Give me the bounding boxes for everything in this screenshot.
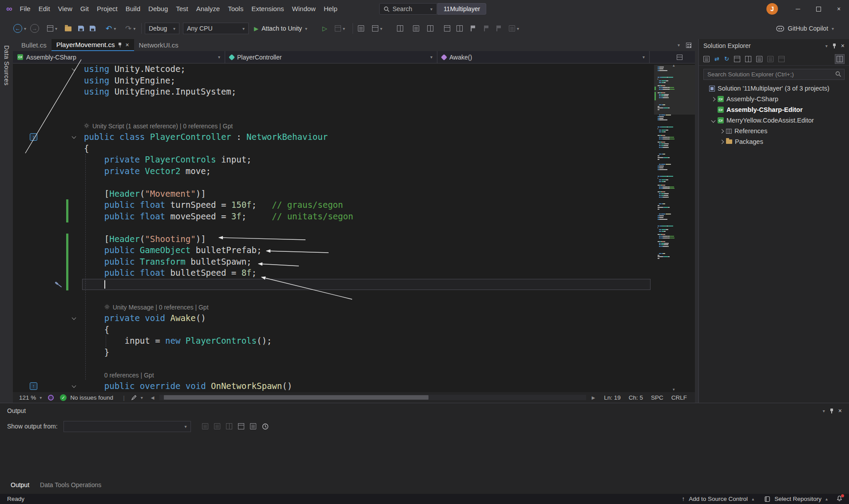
undo-chevron-icon[interactable]: ▾ — [114, 26, 116, 31]
tab-bullet-cs[interactable]: Bullet.cs — [16, 39, 52, 51]
code-line[interactable]: public float moveSpeed = 3f; // unitats/… — [13, 211, 695, 222]
scroll-down-icon[interactable]: ▾ — [673, 387, 675, 392]
indent-icon[interactable] — [456, 25, 463, 32]
fold-toggle-icon[interactable] — [72, 316, 76, 320]
fold-toggle-icon[interactable] — [72, 384, 76, 388]
tab-list-chevron-icon[interactable]: ▾ — [678, 43, 680, 48]
menu-git[interactable]: Git — [76, 0, 93, 18]
repository-caret-icon[interactable]: ▴ — [825, 496, 828, 501]
issues-status[interactable]: No issues found — [70, 394, 113, 401]
nest-files-icon[interactable] — [734, 56, 740, 62]
bookmark-icon[interactable] — [471, 26, 475, 32]
redo-button[interactable]: ↷ — [125, 25, 131, 32]
menu-file[interactable]: File — [16, 0, 35, 18]
previous-bookmark-icon[interactable] — [484, 26, 488, 32]
save-icon[interactable] — [78, 26, 84, 32]
navigate-back-button[interactable]: ← — [13, 24, 22, 33]
breadcrumb-type-dropdown[interactable]: PlayerController ▾ — [225, 51, 437, 63]
solution-name-badge[interactable]: 11Multiplayer — [437, 3, 486, 15]
breadcrumb-member-dropdown[interactable]: Awake() ▾ — [437, 51, 650, 63]
output-content[interactable] — [0, 434, 849, 477]
hot-reload-icon[interactable] — [335, 25, 341, 32]
fold-toggle-icon[interactable] — [72, 135, 76, 139]
tab-networkui-cs[interactable]: NetworkUI.cs — [134, 39, 183, 51]
undo-button[interactable]: ↶ — [106, 25, 112, 32]
code-line[interactable]: input = new PlayerControls(); — [13, 335, 695, 347]
code-line[interactable] — [13, 279, 695, 290]
find-in-files-icon[interactable] — [444, 25, 450, 32]
clear-all-icon[interactable] — [250, 423, 256, 429]
copilot-chevron-icon[interactable]: ▾ — [832, 26, 834, 31]
menu-tools[interactable]: Tools — [224, 0, 247, 18]
menu-debug[interactable]: Debug — [144, 0, 172, 18]
codelens-text[interactable]: 0 references | Gpt — [104, 370, 154, 380]
code-assist-icon[interactable] — [48, 395, 54, 401]
tree-item-references[interactable]: References — [699, 126, 849, 136]
tab-pin-icon[interactable] — [118, 42, 122, 48]
column-indicator[interactable]: Ch: 5 — [629, 394, 643, 401]
tree-item-assembly-csharp[interactable]: C#Assembly-CSharp — [699, 94, 849, 104]
next-message-icon[interactable] — [214, 423, 220, 429]
attach-chevron-icon[interactable]: ▾ — [305, 26, 307, 31]
code-line[interactable]: { — [13, 324, 695, 336]
code-line[interactable]: ↑ public override void OnNetworkSpawn() — [13, 381, 695, 392]
menu-build[interactable]: Build — [122, 0, 144, 18]
scroll-left-icon[interactable]: ◀ — [151, 395, 155, 400]
inheritance-glyph-icon[interactable]: ↑ — [30, 133, 37, 141]
navigate-forward-button[interactable]: → — [30, 24, 39, 33]
output-pin-icon[interactable] — [829, 408, 834, 413]
github-copilot-button[interactable]: GitHub Copilot ▾ — [776, 25, 834, 32]
code-line[interactable] — [13, 98, 695, 109]
menu-extensions[interactable]: Extensions — [247, 0, 288, 18]
interactive-window-icon[interactable] — [427, 25, 433, 32]
breadcrumb-project-dropdown[interactable]: C# Assembly-CSharp ▾ — [13, 51, 225, 63]
menu-view[interactable]: View — [54, 0, 76, 18]
menu-help[interactable]: Help — [320, 0, 341, 18]
redo-chevron-icon[interactable]: ▾ — [133, 26, 135, 31]
bookmark-chevron-icon[interactable]: ▾ — [517, 26, 519, 31]
code-editor[interactable]: using Unity.Netcode;using UnityEngine;us… — [13, 63, 695, 392]
close-window-button[interactable]: × — [829, 0, 849, 18]
navigate-back-chevron-icon[interactable]: ▾ — [24, 26, 26, 31]
fold-toggle-icon[interactable] — [72, 67, 76, 71]
health-check-icon[interactable]: ✓ — [60, 394, 67, 401]
word-wrap-icon[interactable] — [238, 423, 244, 429]
new-window-icon[interactable] — [47, 25, 53, 32]
sync-with-active-document-icon[interactable]: ⇄ — [714, 56, 719, 62]
previous-message-icon[interactable] — [202, 423, 208, 429]
spaces-indicator[interactable]: SPC — [651, 394, 663, 401]
inheritance-glyph-icon[interactable]: ↑ — [30, 382, 37, 390]
panel-tab-data-tools-operations[interactable]: Data Tools Operations — [36, 480, 106, 490]
refresh-icon[interactable]: ↻ — [724, 56, 729, 62]
save-all-icon[interactable] — [90, 26, 95, 32]
pin-panel-icon[interactable] — [832, 43, 837, 48]
code-line[interactable]: } — [13, 347, 695, 358]
quick-actions-screwdriver-icon[interactable] — [54, 280, 63, 290]
new-item-icon[interactable] — [358, 25, 364, 32]
code-line[interactable]: public float bulletSpeed = 8f; — [13, 267, 695, 279]
switch-views-icon[interactable] — [703, 56, 710, 62]
horizontal-scrollbar[interactable] — [159, 395, 586, 400]
add-to-source-control-button[interactable]: Add to Source Control — [689, 496, 748, 502]
code-line[interactable]: [Header("Shooting")] — [13, 234, 695, 245]
expand-toggle-icon[interactable] — [711, 118, 716, 123]
menu-window[interactable]: Window — [288, 0, 320, 18]
code-line[interactable]: 0 references | Gpt — [13, 369, 695, 381]
show-all-files-icon[interactable] — [756, 56, 762, 62]
menu-test[interactable]: Test — [172, 0, 192, 18]
tab-close-icon[interactable]: × — [125, 41, 129, 48]
code-line[interactable]: Unity Message | 0 references | Gpt — [13, 302, 695, 313]
expand-toggle-icon[interactable] — [711, 97, 716, 101]
horizontal-scrollbar-thumb[interactable] — [164, 395, 428, 400]
expand-toggle-icon[interactable] — [720, 139, 724, 144]
navigate-cursor-icon[interactable] — [413, 25, 419, 32]
tree-item-packages[interactable]: Packages — [699, 136, 849, 147]
pencil-icon[interactable] — [131, 394, 137, 401]
code-line[interactable]: [Header("Movement")] — [13, 188, 695, 200]
code-line[interactable]: using Unity.Netcode; — [13, 63, 695, 75]
notifications-bell-icon[interactable] — [836, 495, 843, 503]
code-line[interactable]: public GameObject bulletPrefab; — [13, 245, 695, 256]
code-line[interactable]: { — [13, 143, 695, 155]
timestamps-clock-icon[interactable] — [262, 423, 269, 430]
output-close-icon[interactable]: × — [838, 407, 842, 414]
